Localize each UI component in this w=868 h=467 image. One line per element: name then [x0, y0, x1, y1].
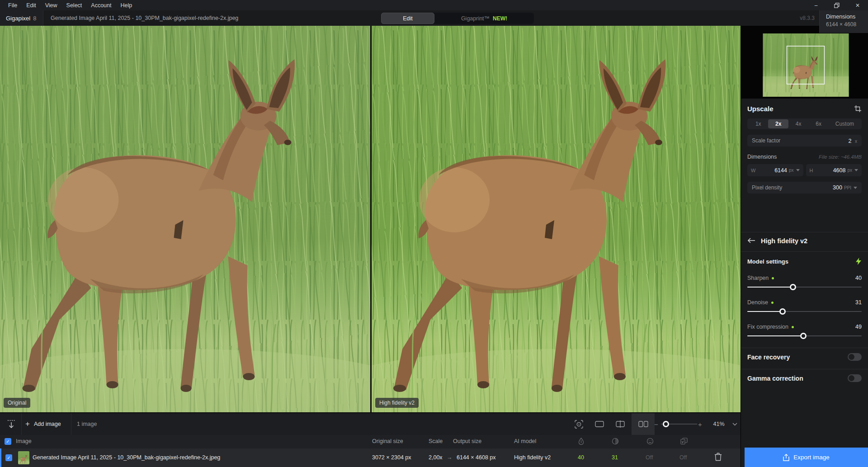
zoom-out-button[interactable]: −	[654, 413, 658, 435]
zoom-level[interactable]: 41%	[708, 413, 730, 435]
side-by-side-view-button[interactable]	[632, 413, 655, 435]
lightning-icon[interactable]	[855, 258, 862, 265]
sharpen-modified-dot	[772, 277, 774, 279]
height-value: 4608	[813, 167, 845, 174]
row-sharpen-value: 40	[578, 454, 584, 461]
close-button[interactable]: ✕	[847, 0, 868, 10]
sharpen-slider-knob[interactable]	[790, 284, 796, 290]
width-label: W	[751, 168, 755, 173]
delete-image-button[interactable]	[714, 453, 722, 462]
scale-option-1x[interactable]: 1x	[748, 119, 768, 128]
row-checkbox[interactable]: ✓	[5, 454, 12, 461]
row-ai-model: High fidelity v2	[514, 454, 551, 461]
settings-panel: Upscale 1x 2x 4x 6x Custom Scale factor …	[741, 26, 868, 467]
sharpen-label: Sharpen	[747, 275, 769, 281]
row-original-size: 3072 × 2304 px	[372, 454, 411, 461]
restore-icon	[834, 3, 840, 8]
tab-gigaprint[interactable]: Gigaprint™ NEW!	[434, 13, 534, 24]
row-filename: Generated Image April 11, 2025 - 10_30PM…	[33, 454, 220, 461]
gamma-correction-label: Gamma correction	[747, 375, 803, 382]
fix-compression-modified-dot	[792, 326, 794, 328]
enhanced-image-view[interactable]	[372, 26, 741, 412]
pixel-density-unit: PPI	[844, 185, 851, 190]
app-version: v8.3.3	[800, 10, 815, 26]
col-original-size: Original size	[372, 438, 403, 444]
row-scale: 2,00x	[429, 454, 443, 461]
scale-factor-value: 2	[848, 138, 851, 144]
menu-view[interactable]: View	[41, 1, 62, 10]
menu-select[interactable]: Select	[62, 1, 87, 10]
side-by-side-view-icon	[638, 421, 648, 427]
scale-option-6x[interactable]: 6x	[808, 119, 828, 128]
single-view-button[interactable]	[590, 413, 609, 435]
app-logo: Gigapixel 8	[0, 10, 43, 26]
scale-factor-field[interactable]: Scale factor 2 x	[747, 135, 862, 146]
width-field[interactable]: W 6144 px	[747, 164, 803, 176]
original-image-view[interactable]	[0, 26, 370, 412]
scale-factor-unit: x	[855, 139, 857, 144]
export-image-label: Export image	[793, 454, 830, 461]
open-filename: Generated Image April 11, 2025 - 10_30PM…	[51, 10, 238, 26]
denoise-slider-knob[interactable]	[779, 308, 786, 315]
preview-zoom-button[interactable]	[570, 413, 588, 435]
gigapixel-app-window: File Edit View Select Account Help – ✕ G…	[0, 0, 868, 467]
fix-compression-slider[interactable]	[747, 335, 862, 336]
image-count: 1 image	[77, 413, 97, 435]
focus-preview-icon	[575, 420, 583, 429]
restore-button[interactable]	[826, 0, 847, 10]
select-all-checkbox[interactable]: ✓	[5, 438, 11, 445]
row-selected-accent	[0, 448, 1, 467]
dimensions-box-value: 6144 × 4608	[826, 21, 868, 28]
pixel-density-caret-icon[interactable]	[854, 187, 857, 189]
pixel-density-field[interactable]: Pixel density 300 PPI	[747, 182, 862, 193]
zoom-in-button[interactable]: +	[698, 413, 702, 435]
sharpen-slider[interactable]	[747, 287, 862, 288]
row-scale-arrow: →	[447, 454, 453, 461]
export-icon	[783, 454, 789, 461]
menu-file[interactable]: File	[4, 1, 22, 10]
comparison-canvas[interactable]: Original High fidelity v2	[0, 26, 741, 412]
menu-account[interactable]: Account	[86, 1, 116, 10]
fix-compression-slider-knob[interactable]	[800, 333, 807, 339]
back-button[interactable]	[747, 238, 755, 245]
original-image	[0, 26, 370, 412]
original-view-label: Original	[4, 398, 30, 408]
col-image: Image	[16, 438, 32, 444]
add-image-button[interactable]: + Add image	[25, 413, 61, 435]
collapse-panel-button[interactable]	[4, 413, 19, 435]
zoom-presets-button[interactable]	[729, 413, 741, 435]
plus-icon: +	[25, 420, 30, 429]
minimize-button[interactable]: –	[806, 0, 826, 10]
menu-bar: File Edit View Select Account Help – ✕	[0, 0, 868, 10]
gamma-correction-column-icon	[680, 438, 688, 446]
col-ai-model: AI model	[514, 438, 536, 444]
menu-help[interactable]: Help	[116, 1, 137, 10]
zoom-slider-knob[interactable]	[663, 421, 669, 427]
height-field[interactable]: H 4608 px	[806, 164, 862, 176]
denoise-slider[interactable]	[747, 311, 862, 312]
gamma-correction-toggle[interactable]	[848, 374, 862, 382]
width-unit-caret-icon[interactable]	[796, 169, 800, 171]
crop-icon[interactable]	[854, 105, 862, 113]
scale-option-custom[interactable]: Custom	[829, 119, 861, 128]
split-view-button[interactable]	[611, 413, 629, 435]
scale-option-2x[interactable]: 2x	[768, 119, 788, 128]
height-unit-caret-icon[interactable]	[854, 169, 858, 171]
enhanced-image	[372, 26, 741, 412]
scale-option-4x[interactable]: 4x	[788, 119, 808, 128]
arrow-left-icon	[747, 238, 755, 243]
single-view-icon	[595, 421, 604, 427]
export-image-button[interactable]: Export image	[745, 448, 868, 467]
menu-edit[interactable]: Edit	[22, 1, 41, 10]
row-thumbnail	[18, 451, 29, 464]
navigator-preview[interactable]	[741, 26, 868, 99]
chevron-down-icon	[732, 423, 737, 426]
upscale-title: Upscale	[747, 105, 774, 113]
new-badge: NEW!	[493, 15, 507, 22]
tab-edit[interactable]: Edit	[381, 13, 434, 24]
face-recovery-toggle[interactable]	[848, 353, 862, 361]
split-view-icon	[616, 420, 625, 428]
mode-tab-switch: Edit Gigaprint™ NEW!	[381, 13, 534, 24]
tab-edit-label: Edit	[403, 15, 413, 22]
image-list-row[interactable]: ✓ Generated Image April 11, 2025 - 10_30…	[0, 448, 741, 467]
